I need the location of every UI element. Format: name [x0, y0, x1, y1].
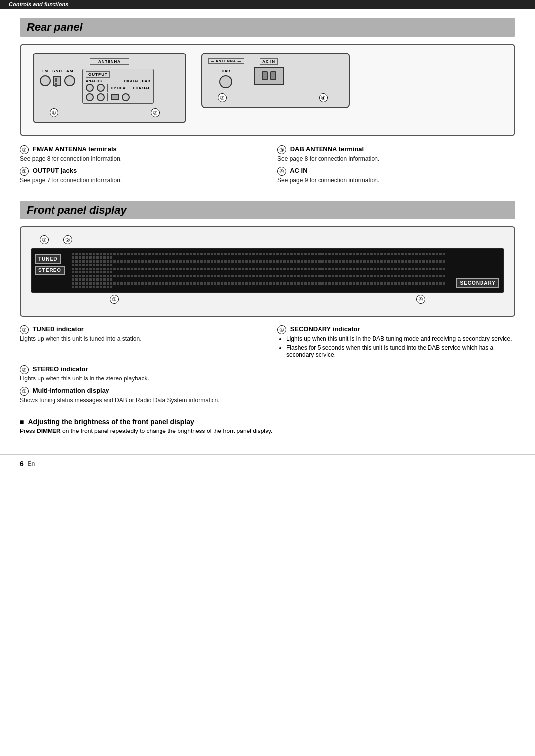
- dot-cell: [408, 260, 411, 263]
- brightness-section: Adjusting the brightness of the front pa…: [20, 418, 515, 434]
- dot-cell: [315, 268, 317, 270]
- dot-cell: [238, 268, 241, 270]
- dot-cell: [367, 253, 369, 255]
- dot-cell: [273, 260, 275, 263]
- dot-cell: [353, 282, 355, 285]
- dot-cell: [207, 253, 210, 255]
- dot-cell: [266, 282, 268, 285]
- dot-cell: [353, 253, 355, 255]
- dot-cell: [408, 282, 411, 285]
- dot-cell: [207, 260, 210, 263]
- dot-cell: [367, 260, 369, 263]
- dot-cell: [152, 260, 154, 263]
- fp-desc-item-1: ① TUNED indicator Lights up when this un…: [20, 325, 258, 360]
- desc-num-4: ④: [277, 167, 286, 176]
- fp-desc-title-2: ② STEREO indicator: [20, 365, 258, 374]
- digital-dab-sublabel: DIGITAL, DAB: [106, 79, 150, 83]
- dot-cell: [186, 268, 189, 270]
- dot-cell: [82, 253, 85, 255]
- dot-cell: [211, 260, 213, 263]
- dot-cell: [436, 260, 438, 263]
- dot-cell: [339, 268, 341, 270]
- dot-cell: [93, 282, 95, 285]
- dot-cell: [325, 268, 327, 270]
- dot-cell: [280, 268, 282, 270]
- dot-cell: [204, 282, 206, 285]
- dot-cell: [401, 275, 404, 277]
- dot-cell: [328, 275, 331, 277]
- dot-cell: [138, 268, 140, 270]
- dot-cell: [394, 260, 397, 263]
- dot-cell: [419, 275, 421, 277]
- dot-cell: [179, 253, 182, 255]
- antenna-label-left: — ANTENNA —: [90, 58, 129, 65]
- dot-cell: [301, 282, 303, 285]
- dot-cell: [249, 253, 251, 255]
- dot-cell: [384, 275, 386, 277]
- dot-cell: [370, 253, 373, 255]
- dot-cell: [89, 278, 92, 281]
- display-bottom-nums: ③ ④: [31, 293, 504, 304]
- dot-cell: [131, 275, 133, 277]
- dot-cell: [249, 282, 251, 285]
- dot-cell: [377, 282, 379, 285]
- dot-cell: [429, 268, 431, 270]
- dot-cell: [308, 275, 310, 277]
- dot-cell: [89, 268, 92, 270]
- dot-cell: [311, 275, 314, 277]
- dot-cell: [141, 260, 144, 263]
- dab-connector: [219, 75, 232, 88]
- dot-cell: [145, 260, 147, 263]
- dot-cell: [335, 260, 338, 263]
- dot-cell: [172, 268, 175, 270]
- dot-cell: [103, 275, 106, 277]
- dot-cell: [259, 260, 262, 263]
- dot-cell: [280, 275, 282, 277]
- gnd-label: GND: [52, 69, 62, 73]
- brightness-title: Adjusting the brightness of the front pa…: [20, 418, 515, 426]
- dot-cell: [93, 275, 95, 277]
- dot-cell: [86, 260, 88, 263]
- dot-cell: [183, 260, 185, 263]
- dot-cell: [290, 282, 293, 285]
- dot-cell: [221, 260, 223, 263]
- dot-cell: [269, 253, 272, 255]
- dot-cell: [79, 282, 81, 285]
- desc-item-4: ④ AC IN See page 9 for connection inform…: [277, 167, 515, 184]
- dot-cell: [276, 253, 279, 255]
- dot-cell: [176, 260, 178, 263]
- dot-cell: [96, 256, 99, 259]
- dot-cell: [394, 275, 397, 277]
- dot-cell: [190, 260, 192, 263]
- dot-cell: [79, 278, 81, 281]
- desc-title-4: ④ AC IN: [277, 167, 515, 176]
- dot-cell: [103, 278, 106, 281]
- dot-cell: [214, 282, 216, 285]
- dot-cell: [162, 260, 164, 263]
- dot-cell: [159, 275, 161, 277]
- dot-cell: [103, 282, 106, 285]
- dot-cell: [172, 282, 175, 285]
- dot-cell: [401, 253, 404, 255]
- dot-cell: [141, 282, 144, 285]
- dot-cell: [297, 282, 300, 285]
- dot-cell: [252, 253, 255, 255]
- analog-sublabel: ANALOG: [86, 79, 102, 83]
- dot-cell: [391, 253, 393, 255]
- dot-cell: [419, 282, 421, 285]
- dot-cell: [436, 275, 438, 277]
- dot-cell: [82, 271, 85, 273]
- dot-cell: [82, 268, 85, 270]
- dot-cell: [200, 253, 203, 255]
- dot-cell: [79, 286, 81, 288]
- dot-cell: [304, 253, 307, 255]
- dot-cell: [304, 282, 307, 285]
- dot-cell: [360, 275, 362, 277]
- dot-cell: [283, 260, 286, 263]
- dot-cell: [72, 278, 74, 281]
- dot-cell: [242, 275, 244, 277]
- dot-cell: [297, 275, 300, 277]
- dot-cell: [387, 260, 390, 263]
- dot-cell: [204, 260, 206, 263]
- dot-cell: [217, 268, 220, 270]
